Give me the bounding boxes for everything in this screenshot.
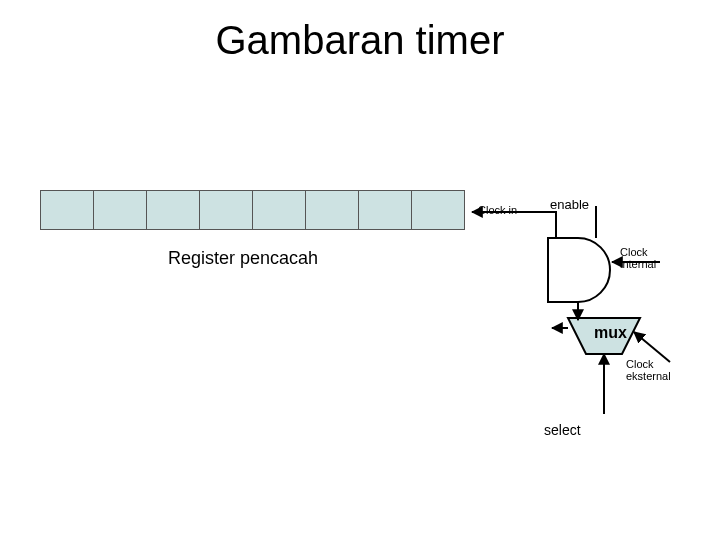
diagram-overlay (0, 0, 720, 540)
wire-clock-eksternal (634, 332, 670, 362)
and-gate-icon (548, 238, 610, 302)
mux-label: mux (594, 324, 627, 342)
wire-clock-in (472, 212, 556, 238)
